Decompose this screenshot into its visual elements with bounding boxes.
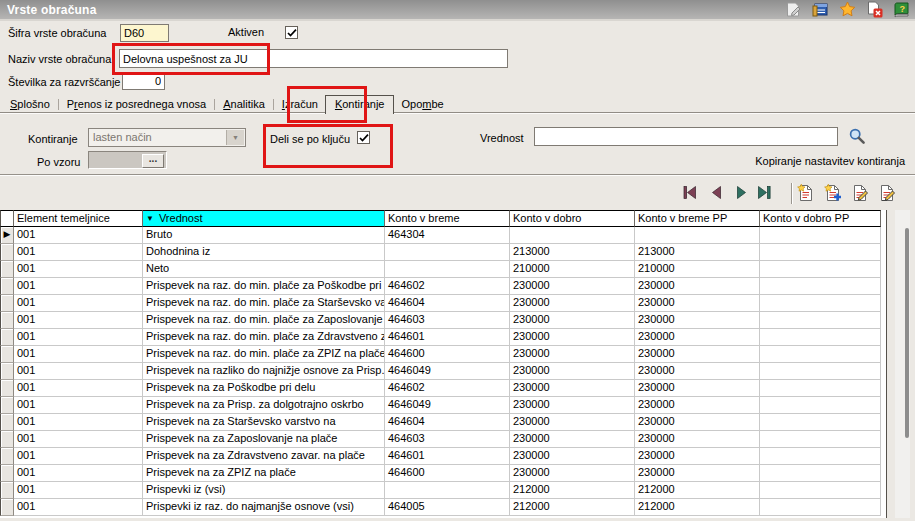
tab-analitika[interactable]: Analitika <box>216 96 272 113</box>
sifra-input[interactable] <box>120 24 169 42</box>
edit-grid-record-icon[interactable] <box>878 184 896 202</box>
row-indicator <box>0 363 14 380</box>
stevilka-label: Številka za razvrščanje <box>8 76 121 88</box>
table-row[interactable]: 001Prispevek na razliko do najnižje osno… <box>0 363 886 380</box>
cell <box>760 465 881 482</box>
column-header-konto-v-dobro[interactable]: Konto v dobro <box>510 210 635 227</box>
table-row[interactable]: ▶001Bruto464304 <box>0 227 886 244</box>
tab-izrac-un[interactable]: Izračun <box>275 96 325 113</box>
cell: 001 <box>14 397 143 414</box>
previous-record-icon[interactable] <box>708 184 726 202</box>
table-row[interactable]: 001Prispevek na za Prisp. za dolgotrajno… <box>0 397 886 414</box>
cell: 001 <box>14 227 143 244</box>
cell: 464602 <box>385 380 510 397</box>
edit-record-icon[interactable] <box>851 184 869 202</box>
table-row[interactable]: 001Dohodnina iz213000213000 <box>0 244 886 261</box>
panel-divider <box>0 174 915 176</box>
aktiven-checkbox[interactable] <box>285 26 298 39</box>
column-settings-icon[interactable] <box>812 1 829 18</box>
copy-record-icon[interactable] <box>824 184 842 202</box>
table-row[interactable]: 001Prispevek na za Poškodbe pri delu4646… <box>0 380 886 397</box>
cell <box>760 312 881 329</box>
grid-header-row: Element temeljnice▼VrednostKonto v breme… <box>0 210 886 227</box>
cell: 001 <box>14 363 143 380</box>
sifra-label: Šifra vrste obračuna <box>8 27 106 39</box>
kontiranje-grid[interactable]: Element temeljnice▼VrednostKonto v breme… <box>0 210 887 518</box>
cell: 001 <box>14 482 143 499</box>
toolbar-separator <box>791 183 792 204</box>
column-header-konto-v-breme[interactable]: Konto v breme <box>385 210 510 227</box>
row-indicator <box>0 346 14 363</box>
cell: 213000 <box>510 244 635 261</box>
first-record-icon[interactable] <box>681 184 699 202</box>
cell: 230000 <box>510 448 635 465</box>
kontiranje-dropdown[interactable]: lasten način ▼ <box>88 128 246 147</box>
new-record-icon[interactable] <box>797 184 815 202</box>
cell: Dohodnina iz <box>143 244 385 261</box>
table-row[interactable]: 001Prispevki iz raz. do najmanjše osnove… <box>0 499 886 516</box>
naziv-input[interactable] <box>119 49 508 68</box>
cell: 212000 <box>510 499 635 516</box>
aktiven-label: Aktiven <box>228 26 264 38</box>
table-row[interactable]: 001Prispevek na raz. do min. plače za Po… <box>0 278 886 295</box>
po-vzoru-input[interactable]: ... <box>88 151 167 169</box>
table-row[interactable]: 001Neto210000210000 <box>0 261 886 278</box>
cell <box>385 244 510 261</box>
row-indicator <box>0 465 14 482</box>
cell: Prispevek na raz. do min. plače za Poško… <box>143 278 385 295</box>
tab-opombe[interactable]: Opombe <box>394 96 450 113</box>
column-header-vrednost[interactable]: ▼Vrednost <box>143 210 385 227</box>
cell: 212000 <box>635 499 760 516</box>
kontiranje-label: Kontiranje <box>28 133 78 145</box>
favorites-star-icon[interactable] <box>839 1 856 18</box>
sort-descending-icon[interactable]: ▼ <box>146 214 154 223</box>
table-row[interactable]: 001Prispevek na za Zdravstveno zavar. na… <box>0 448 886 465</box>
cell: 230000 <box>635 329 760 346</box>
cell: Prispevek na za Prisp. za dolgotrajno os… <box>143 397 385 414</box>
row-indicator <box>0 312 14 329</box>
column-header-konto-v-dobro-pp[interactable]: Konto v dobro PP <box>760 210 881 227</box>
search-icon[interactable] <box>847 126 867 146</box>
tab-kontiranje[interactable]: Kontiranje <box>325 95 395 114</box>
table-row[interactable]: 001Prispevek na za Zaposlovanje na plače… <box>0 431 886 448</box>
vertical-scrollbar-thumb[interactable] <box>905 228 909 438</box>
table-row[interactable]: 001Prispevek na raz. do min. plače za St… <box>0 295 886 312</box>
cell: 210000 <box>510 261 635 278</box>
cell: 001 <box>14 346 143 363</box>
ellipsis-button[interactable]: ... <box>142 154 164 168</box>
kopiranje-nastavitev-link[interactable]: Kopiranje nastavitev kontiranja <box>755 155 905 167</box>
cell <box>760 363 881 380</box>
close-document-icon[interactable] <box>866 1 883 18</box>
window-titlebar[interactable]: Vrste obračuna ? <box>0 0 915 21</box>
tab-prenos-iz-posrednega-vnosa[interactable]: Prenos iz posrednega vnosa <box>60 96 213 113</box>
deli-se-po-kljucu-checkbox[interactable] <box>357 131 370 144</box>
stevilka-input[interactable] <box>122 72 165 90</box>
table-row[interactable]: 001Prispevki iz (vsi)212000212000 <box>0 482 886 499</box>
cell: 464603 <box>385 431 510 448</box>
help-book-icon[interactable]: ? <box>893 1 910 18</box>
cell: 230000 <box>510 278 635 295</box>
cell <box>510 227 635 244</box>
cell: Neto <box>143 261 385 278</box>
cell: 230000 <box>510 414 635 431</box>
vrednost-label: Vrednost <box>480 132 524 144</box>
table-row[interactable]: 001Prispevek na raz. do min. plače za Za… <box>0 312 886 329</box>
cell <box>635 227 760 244</box>
vertical-scrollbar[interactable] <box>895 210 910 518</box>
column-header-element-temeljnice[interactable]: Element temeljnice <box>14 210 143 227</box>
vrednost-input[interactable] <box>534 127 838 146</box>
tab-splos-no[interactable]: Splošno <box>3 96 57 113</box>
cell: 230000 <box>510 380 635 397</box>
cell: 001 <box>14 448 143 465</box>
table-row[interactable]: 001Prispevek na za Starševsko varstvo na… <box>0 414 886 431</box>
table-row[interactable]: 001Prispevek na raz. do min. plače za Zd… <box>0 329 886 346</box>
last-record-icon[interactable] <box>756 184 774 202</box>
table-row[interactable]: 001Prispevek na za ZPIZ na plače46460023… <box>0 465 886 482</box>
table-row[interactable]: 001Prispevek na raz. do min. plače za ZP… <box>0 346 886 363</box>
next-record-icon[interactable] <box>733 184 751 202</box>
column-header-konto-v-breme-pp[interactable]: Konto v breme PP <box>635 210 760 227</box>
edit-record-icon[interactable] <box>785 1 802 18</box>
cell: 213000 <box>635 244 760 261</box>
cell: 001 <box>14 244 143 261</box>
chevron-down-icon[interactable]: ▼ <box>226 130 244 145</box>
